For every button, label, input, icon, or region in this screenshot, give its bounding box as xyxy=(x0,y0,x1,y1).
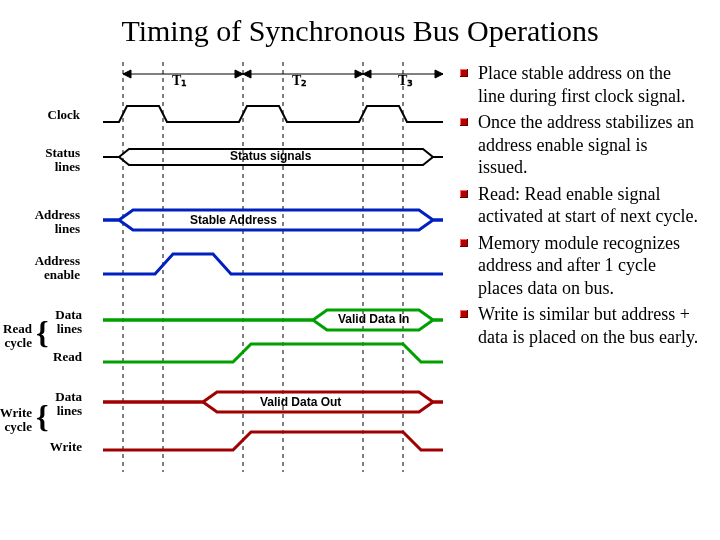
brace-read: { xyxy=(36,314,49,351)
cycle-t1-label: T₁ xyxy=(172,72,187,89)
label-address-lines: Address lines xyxy=(20,208,80,235)
bullet-list: Place stable address on the line during … xyxy=(460,62,700,482)
label-address-enable: Address enable xyxy=(20,254,80,281)
page-title: Timing of Synchronous Bus Operations xyxy=(20,14,700,48)
overlay-stable-address: Stable Address xyxy=(190,213,277,227)
svg-marker-10 xyxy=(243,70,251,78)
overlay-status-signals: Status signals xyxy=(230,149,311,163)
bullet-item: Read: Read enable signal activated at st… xyxy=(460,183,700,228)
bullet-item: Once the address stabilizes an address e… xyxy=(460,111,700,179)
brace-write: { xyxy=(36,398,49,435)
svg-marker-11 xyxy=(355,70,363,78)
timing-svg xyxy=(83,62,453,482)
label-clock: Clock xyxy=(20,108,80,122)
svg-marker-7 xyxy=(123,70,131,78)
bullet-item: Memory module recognizes address and aft… xyxy=(460,232,700,300)
label-write-cycle: Write cycle xyxy=(0,406,32,433)
timing-diagram: T₁ T₂ T₃ Clock Status lines Address line… xyxy=(20,62,450,482)
overlay-valid-data-out: Valid Data Out xyxy=(260,395,341,409)
label-write: Write xyxy=(40,440,82,454)
label-read: Read xyxy=(40,350,82,364)
svg-marker-13 xyxy=(363,70,371,78)
bullet-item: Place stable address on the line during … xyxy=(460,62,700,107)
label-read-cycle: Read cycle xyxy=(0,322,32,349)
label-status-lines: Status lines xyxy=(20,146,80,173)
cycle-t3-label: T₃ xyxy=(398,72,413,89)
svg-marker-8 xyxy=(235,70,243,78)
overlay-valid-data-in: Valid Data In xyxy=(338,312,409,326)
cycle-t2-label: T₂ xyxy=(292,72,307,89)
bullet-item: Write is similar but address + data is p… xyxy=(460,303,700,348)
svg-marker-14 xyxy=(435,70,443,78)
